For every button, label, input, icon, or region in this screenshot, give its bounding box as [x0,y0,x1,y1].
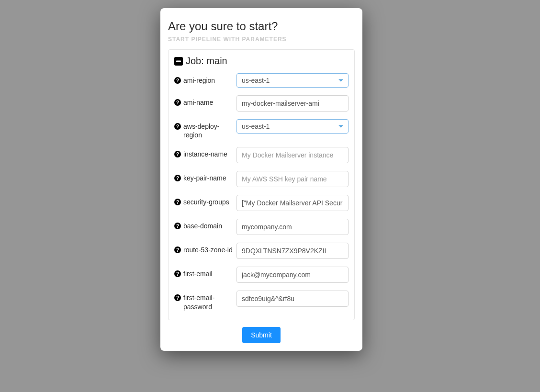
key-pair-name-input[interactable] [236,171,349,187]
help-icon[interactable]: ? [174,151,181,157]
field-label: ami-region [183,76,215,85]
ami-region-select[interactable]: us-east-1 [236,73,349,88]
aws-deploy-region-select[interactable]: us-east-1 [236,119,349,134]
instance-name-input[interactable] [236,147,349,163]
job-panel: Job: main ? ami-region us-east-1 ? ami-n… [168,49,355,320]
modal-title: Are you sure to start? [168,20,355,33]
field-label: ami-name [183,98,213,107]
field-aws-deploy-region: ? aws-deploy-region us-east-1 [174,119,349,139]
field-label-wrap: ? route-53-zone-id [174,243,236,254]
help-icon[interactable]: ? [174,223,181,229]
submit-row: Submit [168,327,355,343]
field-label-wrap: ? key-pair-name [174,171,236,182]
field-label-wrap: ? ami-region [174,73,236,85]
chevron-down-icon [338,125,343,128]
field-label: first-email [183,269,213,278]
field-label-wrap: ? first-email-password [174,291,236,311]
help-icon[interactable]: ? [174,270,181,277]
field-label: first-email-password [183,293,233,311]
field-first-email-password: ? first-email-password [174,291,349,311]
field-label-wrap: ? aws-deploy-region [174,119,236,139]
job-title: Job: main [186,56,227,67]
field-instance-name: ? instance-name [174,147,349,163]
confirm-start-modal: Are you sure to start? START PIPELINE WI… [160,8,362,351]
help-icon[interactable]: ? [174,294,181,301]
base-domain-input[interactable] [236,219,349,235]
field-label-wrap: ? security-groups [174,195,236,206]
collapse-icon[interactable] [174,57,183,66]
field-label-wrap: ? ami-name [174,95,236,107]
first-email-input[interactable] [236,267,349,283]
field-route-53-zone-id: ? route-53-zone-id [174,243,349,259]
select-value: us-east-1 [242,77,270,84]
field-label: key-pair-name [183,174,226,182]
help-icon[interactable]: ? [174,246,181,253]
select-value: us-east-1 [242,123,270,130]
submit-button[interactable]: Submit [242,327,281,343]
modal-subtitle: START PIPELINE WITH PARAMETERS [168,36,355,43]
chevron-down-icon [338,79,343,82]
security-groups-input[interactable] [236,195,349,211]
job-header[interactable]: Job: main [174,56,349,67]
field-ami-name: ? ami-name [174,95,349,112]
field-first-email: ? first-email [174,267,349,283]
field-label-wrap: ? first-email [174,267,236,278]
field-key-pair-name: ? key-pair-name [174,171,349,187]
help-icon[interactable]: ? [174,77,181,84]
help-icon[interactable]: ? [174,175,181,181]
first-email-password-input[interactable] [236,291,349,307]
field-security-groups: ? security-groups [174,195,349,211]
field-label-wrap: ? instance-name [174,147,236,158]
route-53-zone-id-input[interactable] [236,243,349,259]
ami-name-input[interactable] [236,95,349,112]
field-label: aws-deploy-region [183,122,233,139]
help-icon[interactable]: ? [174,123,181,130]
field-label: instance-name [183,150,227,158]
field-base-domain: ? base-domain [174,219,349,235]
field-label-wrap: ? base-domain [174,219,236,230]
field-ami-region: ? ami-region us-east-1 [174,73,349,88]
help-icon[interactable]: ? [174,199,181,205]
field-label: security-groups [183,198,229,206]
help-icon[interactable]: ? [174,99,181,106]
field-label: base-domain [183,222,222,230]
field-label: route-53-zone-id [183,246,233,254]
